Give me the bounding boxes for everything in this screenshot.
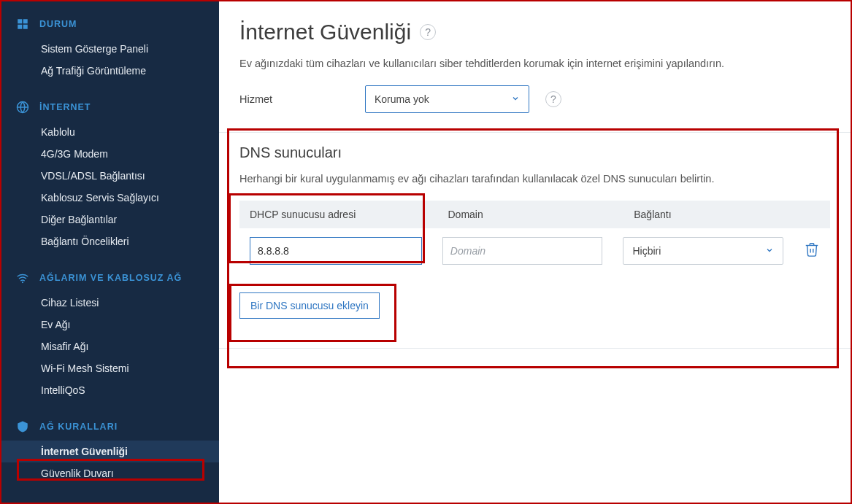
sidebar-item-sistem-gosterge[interactable]: Sistem Gösterge Paneli <box>1 38 219 60</box>
th-dhcp: DHCP sunucusu adresi <box>239 201 438 228</box>
add-dns-button[interactable]: Bir DNS sunucusu ekleyin <box>239 292 380 319</box>
dns-title: DNS sunucuları <box>239 144 830 161</box>
menu-section-title: DURUM <box>39 19 77 29</box>
menu-section-header-status[interactable]: DURUM <box>1 15 219 38</box>
menu-section-status: DURUM Sistem Gösterge Paneli Ağ Trafiği … <box>1 15 219 82</box>
sidebar-item-internet-guvenligi[interactable]: İnternet Güvenliği <box>1 441 219 462</box>
menu-section-title: AĞLARIM VE KABLOSUZ AĞ <box>39 273 182 283</box>
sidebar-item-diger-bagl[interactable]: Diğer Bağlantılar <box>1 209 219 230</box>
page-title: İnternet Güvenliği ? <box>239 20 830 44</box>
globe-icon <box>16 101 29 114</box>
sidebar-item-ag-trafigi[interactable]: Ağ Trafiği Görüntüleme <box>1 60 219 82</box>
th-conn: Bağlantı <box>623 201 810 228</box>
shield-icon <box>16 420 29 433</box>
service-row: Hizmet Koruma yok ? <box>239 85 830 113</box>
service-label: Hizmet <box>239 93 365 105</box>
menu-section-header-wireless[interactable]: AĞLARIM VE KABLOSUZ AĞ <box>1 268 219 292</box>
sidebar-item-ev-agi[interactable]: Ev Ağı <box>1 314 219 336</box>
sidebar-item-4g3g[interactable]: 4G/3G Modem <box>1 143 219 165</box>
sidebar-item-kablosuz-servis[interactable]: Kablosuz Servis Sağlayıcı <box>1 187 219 209</box>
svg-rect-3 <box>23 25 28 29</box>
sidebar-item-guvenlik-duvari[interactable]: Güvenlik Duvarı <box>1 462 219 484</box>
main-content: İnternet Güvenliği ? Ev ağınızdaki tüm c… <box>219 1 851 503</box>
sidebar: DURUM Sistem Gösterge Paneli Ağ Trafiği … <box>1 1 219 503</box>
chevron-down-icon <box>511 93 520 105</box>
wifi-icon <box>16 271 29 284</box>
dhcp-address-input[interactable] <box>250 237 422 265</box>
page-title-text: İnternet Güvenliği <box>239 20 411 44</box>
svg-rect-1 <box>23 19 28 23</box>
table-row: Hiçbiri <box>239 228 830 274</box>
dashboard-icon <box>16 18 29 31</box>
sidebar-item-vdsl[interactable]: VDSL/ADSL Bağlantısı <box>1 165 219 187</box>
sidebar-item-cihaz-listesi[interactable]: Cihaz Listesi <box>1 292 219 314</box>
dns-hint: Herhangi bir kural uygulanmamış ev ağı c… <box>239 173 830 185</box>
sidebar-item-mesh[interactable]: Wi-Fi Mesh Sistemi <box>1 357 219 379</box>
menu-section-title: İNTERNET <box>39 102 91 112</box>
dns-table: DHCP sunucusu adresi Domain Bağlantı Hiç… <box>239 201 830 274</box>
svg-point-5 <box>22 282 23 283</box>
section-dns: DNS sunucuları Herhangi bir kural uygula… <box>219 133 851 349</box>
svg-rect-2 <box>18 25 22 29</box>
sidebar-item-baglanti-oncelik[interactable]: Bağlantı Öncelikleri <box>1 230 219 252</box>
menu-section-wireless: AĞLARIM VE KABLOSUZ AĞ Cihaz Listesi Ev … <box>1 268 219 401</box>
page-subtitle: Ev ağınızdaki tüm cihazları ve kullanıcı… <box>239 58 830 69</box>
menu-section-header-internet[interactable]: İNTERNET <box>1 98 219 121</box>
menu-section-header-rules[interactable]: AĞ KURALLARI <box>1 417 219 441</box>
th-domain: Domain <box>438 201 624 228</box>
help-icon[interactable]: ? <box>420 24 436 40</box>
help-icon[interactable]: ? <box>545 91 561 107</box>
chevron-down-icon <box>765 245 774 257</box>
delete-icon[interactable] <box>804 241 820 260</box>
menu-section-rules: AĞ KURALLARI İnternet Güvenliği Güvenlik… <box>1 417 219 484</box>
table-header: DHCP sunucusu adresi Domain Bağlantı <box>239 201 830 228</box>
menu-section-internet: İNTERNET Kablolu 4G/3G Modem VDSL/ADSL B… <box>1 98 219 252</box>
menu-section-title: AĞ KURALLARI <box>39 422 118 432</box>
service-select-value: Koruma yok <box>375 93 429 105</box>
section-header: İnternet Güvenliği ? Ev ağınızdaki tüm c… <box>219 1 851 133</box>
domain-input[interactable] <box>442 237 603 265</box>
sidebar-item-intelliqos[interactable]: IntelliQoS <box>1 379 219 401</box>
sidebar-item-kablolu[interactable]: Kablolu <box>1 121 219 143</box>
service-select[interactable]: Koruma yok <box>365 85 529 113</box>
connection-select[interactable]: Hiçbiri <box>623 237 783 265</box>
connection-select-value: Hiçbiri <box>632 245 661 257</box>
sidebar-item-misafir-agi[interactable]: Misafir Ağı <box>1 336 219 357</box>
svg-rect-0 <box>18 19 22 23</box>
